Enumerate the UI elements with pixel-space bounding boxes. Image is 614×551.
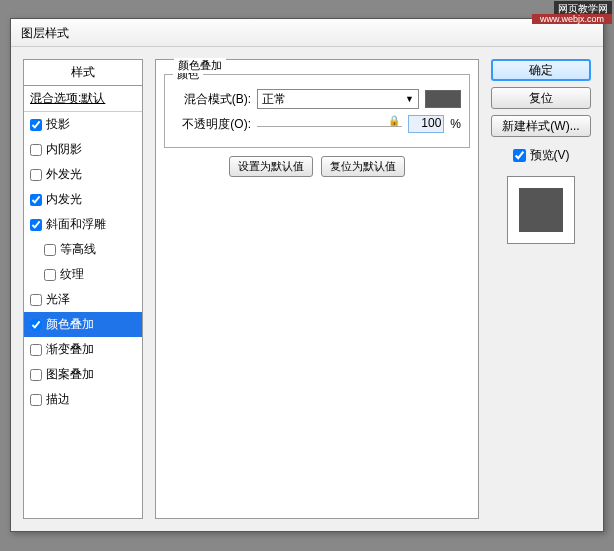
style-item[interactable]: 颜色叠加 bbox=[24, 312, 142, 337]
style-checkbox[interactable] bbox=[30, 119, 42, 131]
watermark-url: www.webjx.com bbox=[532, 14, 612, 24]
style-label: 斜面和浮雕 bbox=[46, 216, 106, 233]
blend-mode-value: 正常 bbox=[262, 91, 286, 108]
new-style-button[interactable]: 新建样式(W)... bbox=[491, 115, 591, 137]
layer-style-dialog: 图层样式 样式 混合选项:默认 投影内阴影外发光内发光斜面和浮雕等高线纹理光泽颜… bbox=[10, 18, 604, 532]
style-label: 投影 bbox=[46, 116, 70, 133]
style-item[interactable]: 投影 bbox=[24, 112, 142, 137]
opacity-unit: % bbox=[450, 117, 461, 131]
style-label: 光泽 bbox=[46, 291, 70, 308]
style-label: 纹理 bbox=[60, 266, 84, 283]
style-checkbox[interactable] bbox=[30, 369, 42, 381]
dialog-title: 图层样式 bbox=[11, 19, 603, 47]
style-label: 内发光 bbox=[46, 191, 82, 208]
set-default-button[interactable]: 设置为默认值 bbox=[229, 156, 313, 177]
style-checkbox[interactable] bbox=[30, 319, 42, 331]
style-label: 渐变叠加 bbox=[46, 341, 94, 358]
reset-button[interactable]: 复位 bbox=[491, 87, 591, 109]
preview-label: 预览(V) bbox=[530, 147, 570, 164]
style-checkbox[interactable] bbox=[44, 269, 56, 281]
style-item[interactable]: 内阴影 bbox=[24, 137, 142, 162]
style-item[interactable]: 光泽 bbox=[24, 287, 142, 312]
lock-icon: 🔒 bbox=[388, 115, 400, 126]
style-item[interactable]: 纹理 bbox=[24, 262, 142, 287]
blend-mode-select[interactable]: 正常 ▼ bbox=[257, 89, 419, 109]
styles-list-panel: 样式 混合选项:默认 投影内阴影外发光内发光斜面和浮雕等高线纹理光泽颜色叠加渐变… bbox=[23, 59, 143, 519]
style-label: 图案叠加 bbox=[46, 366, 94, 383]
style-checkbox[interactable] bbox=[30, 194, 42, 206]
style-label: 颜色叠加 bbox=[46, 316, 94, 333]
preview-swatch bbox=[519, 188, 563, 232]
opacity-input[interactable]: 100 bbox=[408, 115, 444, 133]
style-item[interactable]: 外发光 bbox=[24, 162, 142, 187]
preview-checkbox-row[interactable]: 预览(V) bbox=[513, 147, 570, 164]
chevron-down-icon: ▼ bbox=[405, 94, 414, 104]
preview-checkbox[interactable] bbox=[513, 149, 526, 162]
style-checkbox[interactable] bbox=[44, 244, 56, 256]
style-checkbox[interactable] bbox=[30, 144, 42, 156]
style-item[interactable]: 内发光 bbox=[24, 187, 142, 212]
style-label: 描边 bbox=[46, 391, 70, 408]
style-checkbox[interactable] bbox=[30, 394, 42, 406]
style-item[interactable]: 斜面和浮雕 bbox=[24, 212, 142, 237]
style-checkbox[interactable] bbox=[30, 169, 42, 181]
styles-header[interactable]: 样式 bbox=[24, 60, 142, 86]
actions-panel: 确定 复位 新建样式(W)... 预览(V) bbox=[491, 59, 591, 519]
style-item[interactable]: 描边 bbox=[24, 387, 142, 412]
section-title: 颜色叠加 bbox=[174, 58, 226, 73]
style-checkbox[interactable] bbox=[30, 219, 42, 231]
blend-mode-label: 混合模式(B): bbox=[173, 91, 251, 108]
style-item[interactable]: 渐变叠加 bbox=[24, 337, 142, 362]
color-swatch[interactable] bbox=[425, 90, 461, 108]
style-checkbox[interactable] bbox=[30, 344, 42, 356]
preview-box bbox=[507, 176, 575, 244]
settings-panel: 颜色叠加 颜色 混合模式(B): 正常 ▼ 不透明度(O): 🔒 100 bbox=[155, 59, 479, 519]
style-checkbox[interactable] bbox=[30, 294, 42, 306]
style-label: 内阴影 bbox=[46, 141, 82, 158]
style-item[interactable]: 等高线 bbox=[24, 237, 142, 262]
style-item[interactable]: 图案叠加 bbox=[24, 362, 142, 387]
ok-button[interactable]: 确定 bbox=[491, 59, 591, 81]
style-label: 外发光 bbox=[46, 166, 82, 183]
style-label: 等高线 bbox=[60, 241, 96, 258]
opacity-label: 不透明度(O): bbox=[173, 116, 251, 133]
reset-default-button[interactable]: 复位为默认值 bbox=[321, 156, 405, 177]
blending-options-default[interactable]: 混合选项:默认 bbox=[24, 86, 142, 112]
